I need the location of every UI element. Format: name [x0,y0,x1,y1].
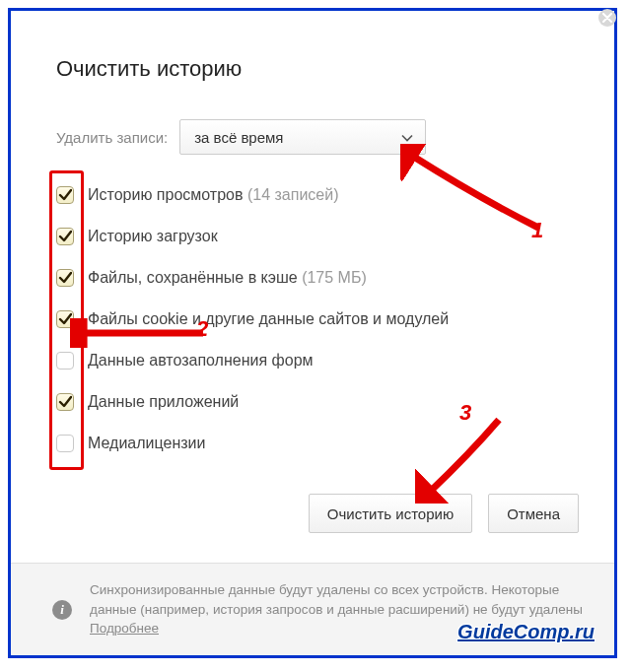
cancel-button[interactable]: Отмена [488,494,579,533]
check-icon [58,230,72,243]
item-download-history: Историю загрузок [56,216,449,257]
checkbox-browsing-history[interactable] [56,186,74,204]
item-browsing-history: Историю просмотров (14 записей) [56,174,449,216]
time-range-select[interactable]: за всё время [179,119,426,155]
check-icon [58,271,72,285]
close-icon [602,13,612,23]
checkbox-cookies[interactable] [56,310,74,328]
label-autofill: Данные автозаполнения форм [88,352,314,370]
item-cookies: Файлы cookie и другие данные сайтов и мо… [56,299,449,340]
chevron-down-icon [401,129,413,146]
label-cookies: Файлы cookie и другие данные сайтов и мо… [88,310,449,328]
checkbox-cache[interactable] [56,269,74,287]
label-app-data: Данные приложений [88,393,239,411]
check-icon [58,312,72,326]
watermark: GuideComp.ru [457,621,595,643]
checkbox-list: Историю просмотров (14 записей) Историю … [56,174,449,464]
time-range-value: за всё время [194,129,283,146]
item-autofill: Данные автозаполнения форм [56,340,449,381]
label-cache: Файлы, сохранённые в кэше (175 МБ) [88,269,367,287]
label-media-licenses: Медиалицензии [88,435,205,452]
item-cache: Файлы, сохранённые в кэше (175 МБ) [56,257,449,299]
item-media-licenses: Медиалицензии [56,423,449,464]
checkbox-media-licenses[interactable] [56,435,74,452]
close-button[interactable] [598,9,616,27]
check-icon [58,188,72,202]
item-app-data: Данные приложений [56,381,449,423]
checkbox-app-data[interactable] [56,393,74,411]
button-row: Очистить историю Отмена [309,494,579,533]
check-icon [58,395,72,409]
clear-history-dialog: Очистить историю Удалить записи: за всё … [8,8,617,658]
time-range-label: Удалить записи: [56,129,168,146]
clear-button[interactable]: Очистить историю [309,494,472,533]
label-download-history: Историю загрузок [88,228,218,245]
dialog-title: Очистить историю [56,56,242,82]
checkbox-autofill[interactable] [56,352,74,370]
label-browsing-history: Историю просмотров (14 записей) [88,186,338,204]
checkbox-download-history[interactable] [56,228,74,245]
footer-link[interactable]: Подробнее [90,621,159,636]
info-icon: i [52,600,72,620]
time-range-row: Удалить записи: за всё время [56,119,426,155]
